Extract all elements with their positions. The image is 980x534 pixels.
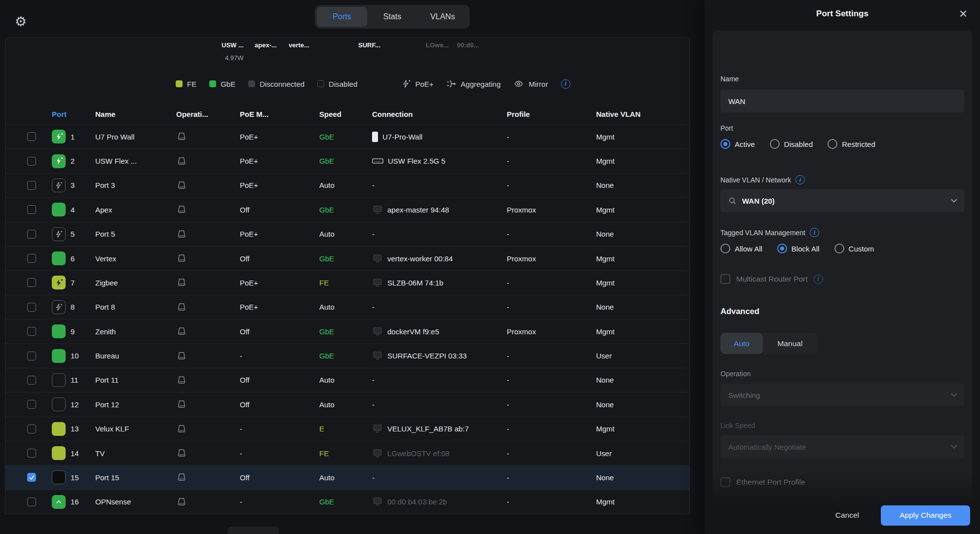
port-state-label: Port (720, 124, 733, 132)
port-number: 1 (71, 133, 95, 141)
port-number: 15 (71, 473, 95, 482)
row-checkbox[interactable] (27, 327, 36, 336)
row-checkbox[interactable] (27, 132, 36, 141)
operation-select[interactable]: Switching (720, 384, 964, 406)
tagged-vlan-info-icon[interactable]: i (810, 228, 819, 237)
toggle-manual[interactable]: Manual (763, 333, 817, 354)
radio-active[interactable]: Active (720, 139, 755, 149)
table-row-port-5[interactable]: 5Port 5PoE+Auto--None (5, 222, 689, 247)
row-checkbox[interactable] (27, 498, 36, 506)
table-row-port-12[interactable]: 12Port 12OffAuto--None (5, 392, 689, 417)
port-name: OPNsense (95, 498, 176, 506)
port-profile: - (507, 133, 596, 141)
table-row-port-11[interactable]: 11Port 11OffAuto--None (5, 368, 689, 392)
port-status-icon-poe-green (52, 130, 66, 143)
column-header-port[interactable]: Port (52, 110, 95, 118)
poe-mode: Off (240, 376, 319, 384)
row-checkbox[interactable] (27, 205, 36, 214)
row-checkbox[interactable] (27, 303, 36, 312)
port-state-radios: ActiveDisabledRestricted (720, 139, 875, 149)
port-profile: - (507, 449, 596, 458)
column-header-operati[interactable]: Operati... (176, 110, 240, 118)
row-checkbox[interactable] (27, 278, 36, 287)
table-row-port-3[interactable]: 3Port 3PoE+Auto--None (5, 174, 689, 198)
name-value: WAN (728, 97, 956, 106)
tab-stats[interactable]: Stats (367, 7, 417, 27)
column-header-name[interactable]: Name (95, 110, 176, 118)
tab-ports[interactable]: Ports (317, 7, 367, 27)
device-label: 00:d0... (457, 41, 479, 49)
ethernet-port-profile-checkbox[interactable]: Ethernet Port Profile (720, 477, 805, 487)
table-row-port-2[interactable]: 2USW Flex ...PoE+GbEUSW Flex 2.5G 5-Mgmt (5, 149, 689, 173)
row-checkbox[interactable] (27, 254, 36, 263)
ports-table-body: 1U7 Pro WallPoE+GbEU7-Pro-Wall-Mgmt2USW … (5, 125, 689, 514)
radio-allow-all[interactable]: Allow All (720, 244, 762, 253)
multicast-info-icon[interactable]: i (814, 275, 823, 284)
client-device-icon (372, 497, 383, 506)
table-row-port-4[interactable]: 4ApexOffGbEapex-master 94:48ProxmoxMgmt (5, 198, 689, 222)
table-row-port-9[interactable]: 9ZenithOffGbEdockerVM f9:e5ProxmoxMgmt (5, 320, 689, 344)
operation-value: Switching (728, 391, 946, 399)
column-header-profile[interactable]: Profile (507, 110, 596, 118)
row-checkbox[interactable] (27, 400, 36, 409)
table-row-port-8[interactable]: 8Port 8PoE+Auto--None (5, 295, 689, 320)
link-speed-select[interactable]: Automatically Negotiate (720, 435, 964, 458)
port-speed: Auto (319, 400, 372, 409)
radio-disabled[interactable]: Disabled (770, 139, 813, 149)
connection-name: - (372, 181, 375, 189)
toggle-auto[interactable]: Auto (720, 333, 763, 354)
cancel-button[interactable]: Cancel (835, 511, 859, 520)
settings-gear-icon[interactable]: ⚙ (15, 14, 27, 30)
radio-dot (720, 244, 730, 253)
row-checkbox[interactable] (27, 181, 36, 190)
table-row-port-1[interactable]: 1U7 Pro WallPoE+GbEU7-Pro-Wall-Mgmt (5, 125, 689, 149)
column-header-nativevlan[interactable]: Native VLAN (596, 110, 689, 118)
native-vlan-select[interactable]: WAN (20) (720, 189, 964, 212)
table-row-port-16[interactable]: 16OPNsense-GbE00:d0:b4:03:be:2b-Mgmt (5, 490, 689, 514)
table-row-port-14[interactable]: 14TV-FELGwebOSTV ef:08-User (5, 441, 689, 465)
close-icon[interactable]: × (959, 6, 967, 22)
table-row-port-15[interactable]: 15Port 15OffAuto--None (5, 465, 689, 490)
table-row-port-7[interactable]: 7ZigbeePoE+FESLZB-06M 74:1b-Mgmt (5, 271, 689, 295)
port-profile: Proxmox (507, 206, 596, 214)
port-status-icon-green (52, 324, 66, 338)
name-input[interactable]: WAN (720, 90, 964, 112)
native-vlan-info-icon[interactable]: i (795, 175, 805, 184)
port-status-icon-uplink (52, 495, 66, 509)
collapsed-button[interactable] (227, 527, 279, 534)
legend-info-icon[interactable]: i (561, 79, 570, 89)
multicast-router-port-checkbox[interactable]: Multicast Router Port i (720, 274, 823, 284)
row-checkbox[interactable] (27, 352, 36, 360)
gbe-swatch (209, 80, 216, 87)
row-checkbox[interactable] (27, 425, 36, 433)
legend-mirror: Mirror (513, 79, 548, 88)
row-checkbox[interactable] (27, 473, 36, 482)
poe-mode: PoE+ (240, 157, 319, 165)
row-checkbox[interactable] (27, 449, 36, 458)
table-row-port-10[interactable]: 10Bureau-GbESURFACE-VEZPI 03:33-User (5, 344, 689, 368)
radio-custom[interactable]: Custom (834, 244, 874, 253)
advanced-heading: Advanced (720, 307, 759, 316)
radio-block-all[interactable]: Block All (777, 244, 820, 253)
port-profile: - (507, 498, 596, 506)
row-checkbox[interactable] (27, 376, 36, 385)
client-device-icon (372, 327, 383, 336)
poe-mode: PoE+ (240, 181, 319, 189)
switch-icon (176, 449, 187, 458)
apply-changes-button[interactable]: Apply Changes (881, 505, 970, 526)
legend-disabled: Disabled (317, 80, 357, 88)
tab-vlans[interactable]: VLANs (417, 7, 468, 27)
radio-restricted[interactable]: Restricted (828, 139, 875, 149)
column-header-poem[interactable]: PoE M... (240, 110, 319, 118)
poe-mode: PoE+ (240, 133, 319, 141)
column-header-connection[interactable]: Connection (372, 110, 507, 118)
table-row-port-13[interactable]: 13Velux KLF-EVELUX_KLF_AB7B ab:7-Mgmt (5, 417, 689, 441)
port-status-icon-poe-fe (52, 276, 66, 289)
column-header-speed[interactable]: Speed (319, 110, 372, 118)
poe-mode: Off (240, 473, 319, 482)
switch-icon (176, 400, 187, 409)
row-checkbox[interactable] (27, 230, 36, 239)
row-checkbox[interactable] (27, 157, 36, 166)
disconnected-swatch (248, 80, 255, 87)
table-row-port-6[interactable]: 6VertexOffGbEvertex-worker 00:84ProxmoxM… (5, 247, 689, 271)
